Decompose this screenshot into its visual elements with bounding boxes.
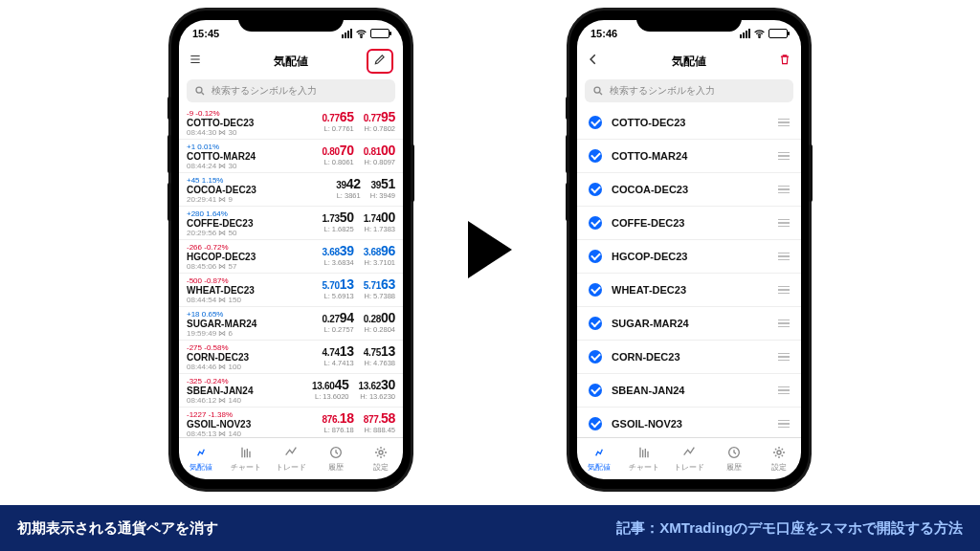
tab-history[interactable]: 履歴 <box>313 438 358 479</box>
check-icon[interactable] <box>589 116 602 129</box>
symbol: COFFE-DEC23 <box>187 218 253 229</box>
quote-row[interactable]: +1 0.01%COTTO-MAR2408:44:24 ⋈ 300.8070L:… <box>179 140 403 173</box>
drag-handle-icon[interactable] <box>778 253 790 261</box>
drag-handle-icon[interactable] <box>778 320 790 328</box>
symbol: SBEAN-JAN24 <box>187 386 253 396</box>
svg-point-4 <box>196 87 202 93</box>
edit-row[interactable]: SBEAN-JAN24 <box>577 374 801 408</box>
status-bar: 15:45 <box>179 20 403 47</box>
drag-handle-icon[interactable] <box>778 152 790 161</box>
quote-row[interactable]: +45 1.15%COCOA-DEC2320:29:41 ⋈ 93942L: 3… <box>179 173 403 207</box>
edit-row[interactable]: HGCOP-DEC23 <box>577 240 801 274</box>
drag-handle-icon[interactable] <box>778 353 790 362</box>
bid: 3942 <box>336 176 361 191</box>
edit-row[interactable]: COFFE-DEC23 <box>577 207 801 240</box>
quote-row[interactable]: -266 -0.72%HGCOP-DEC2308:45:06 ⋈ 573.683… <box>179 240 403 274</box>
drag-handle-icon[interactable] <box>778 119 790 127</box>
timestamp: 08:46:12 ⋈ 140 <box>187 396 253 405</box>
low: L: 5.6913 <box>323 292 353 300</box>
tab-settings[interactable]: 設定 <box>756 438 801 479</box>
drag-handle-icon[interactable] <box>778 219 790 228</box>
edit-button[interactable] <box>367 49 393 74</box>
quote-row[interactable]: -325 -0.24%SBEAN-JAN2408:46:12 ⋈ 14013.6… <box>179 374 403 408</box>
symbol: COFFE-DEC23 <box>612 217 684 229</box>
trash-button[interactable] <box>778 53 791 70</box>
edit-row[interactable]: GSOIL-NOV23 <box>577 408 801 437</box>
back-button[interactable] <box>587 53 600 70</box>
tab-chart[interactable]: チャート <box>622 438 667 479</box>
tab-chart[interactable]: チャート <box>224 438 269 479</box>
list-view-icon[interactable] <box>189 53 202 70</box>
timestamp: 08:44:46 ⋈ 100 <box>187 363 249 371</box>
page-title: 気配値 <box>672 54 706 70</box>
low: L: 0.8061 <box>323 158 353 166</box>
edit-list: COTTO-DEC23COTTO-MAR24COCOA-DEC23COFFE-D… <box>577 106 801 437</box>
drag-handle-icon[interactable] <box>778 420 790 429</box>
check-icon[interactable] <box>589 350 602 364</box>
symbol: WHEAT-DEC23 <box>187 285 255 296</box>
tab-bar: 気配値チャートトレード履歴設定 <box>577 437 801 479</box>
nav-header: 気配値 <box>577 47 801 76</box>
drag-handle-icon[interactable] <box>778 186 790 194</box>
check-icon[interactable] <box>589 149 602 163</box>
banner: 初期表示される通貨ペアを消す 記事：XMTradingのデモ口座をスマホで開設す… <box>0 505 980 551</box>
quote-row[interactable]: -9 -0.12%COTTO-DEC2308:44:30 ⋈ 300.7765L… <box>179 106 403 140</box>
edit-row[interactable]: COTTO-MAR24 <box>577 140 801 173</box>
symbol: HGCOP-DEC23 <box>187 252 256 262</box>
quote-list: -9 -0.12%COTTO-DEC2308:44:30 ⋈ 300.7765L… <box>179 106 403 437</box>
check-icon[interactable] <box>589 417 602 430</box>
check-icon[interactable] <box>589 216 602 230</box>
edit-row[interactable]: CORN-DEC23 <box>577 341 801 374</box>
search-input[interactable]: 検索するシンボルを入力 <box>187 79 395 102</box>
check-icon[interactable] <box>589 183 602 196</box>
search-input[interactable]: 検索するシンボルを入力 <box>585 79 793 102</box>
edit-row[interactable]: WHEAT-DEC23 <box>577 274 801 307</box>
timestamp: 08:44:24 ⋈ 30 <box>187 162 256 170</box>
symbol: GSOIL-NOV23 <box>612 418 682 430</box>
tab-label: 気配値 <box>588 462 611 473</box>
check-icon[interactable] <box>589 283 602 297</box>
check-icon[interactable] <box>589 384 602 397</box>
tab-trade[interactable]: トレード <box>667 438 712 479</box>
tab-label: 気配値 <box>189 462 212 473</box>
quote-row[interactable]: -500 -0.87%WHEAT-DEC2308:44:54 ⋈ 1505.70… <box>179 274 403 307</box>
check-icon[interactable] <box>589 317 602 330</box>
quote-row[interactable]: +280 1.64%COFFE-DEC2320:29:56 ⋈ 501.7350… <box>179 207 403 240</box>
tab-label: 履歴 <box>726 462 742 473</box>
tab-label: トレード <box>674 462 704 473</box>
delta: -275 -0.58% <box>187 343 249 352</box>
edit-row[interactable]: COCOA-DEC23 <box>577 173 801 207</box>
edit-row[interactable]: SUGAR-MAR24 <box>577 307 801 341</box>
ask: 0.8100 <box>364 143 395 158</box>
drag-handle-icon[interactable] <box>778 386 790 395</box>
status-bar: 15:46 <box>577 20 801 47</box>
bid: 0.8070 <box>323 143 354 158</box>
bid: 5.7013 <box>323 276 354 292</box>
low: L: 876.18 <box>323 426 353 434</box>
wifi-icon <box>355 28 368 40</box>
drag-handle-icon[interactable] <box>778 286 790 295</box>
bid: 1.7350 <box>323 209 354 225</box>
quote-row[interactable]: -1227 -1.38%GSOIL-NOV2308:45:13 ⋈ 140876… <box>179 408 403 437</box>
delta: +45 1.15% <box>187 176 256 185</box>
low: L: 3861 <box>337 191 361 200</box>
ask: 0.2800 <box>364 310 395 325</box>
high: H: 3949 <box>370 191 395 200</box>
symbol: HGCOP-DEC23 <box>612 251 687 262</box>
tab-label: トレード <box>276 462 306 473</box>
quote-row[interactable]: +18 0.65%SUGAR-MAR2419:59:49 ⋈ 60.2794L:… <box>179 307 403 341</box>
check-icon[interactable] <box>589 250 602 263</box>
tab-quotes[interactable]: 気配値 <box>179 438 224 479</box>
high: H: 1.7383 <box>364 225 395 233</box>
quote-row[interactable]: -275 -0.58%CORN-DEC2308:44:46 ⋈ 1004.741… <box>179 341 403 374</box>
edit-row[interactable]: COTTO-DEC23 <box>577 106 801 140</box>
phone-left: 15:45 気配値 検索するシンボルを入力 -9 -0.12%COTTO-DEC… <box>171 11 411 489</box>
tab-bar: 気配値チャートトレード履歴設定 <box>179 437 403 479</box>
symbol: COCOA-DEC23 <box>612 184 688 195</box>
tab-quotes[interactable]: 気配値 <box>577 438 622 479</box>
tab-trade[interactable]: トレード <box>269 438 314 479</box>
symbol: CORN-DEC23 <box>612 351 680 363</box>
tab-history[interactable]: 履歴 <box>711 438 756 479</box>
tab-settings[interactable]: 設定 <box>358 438 403 479</box>
page-title: 気配値 <box>274 54 308 70</box>
